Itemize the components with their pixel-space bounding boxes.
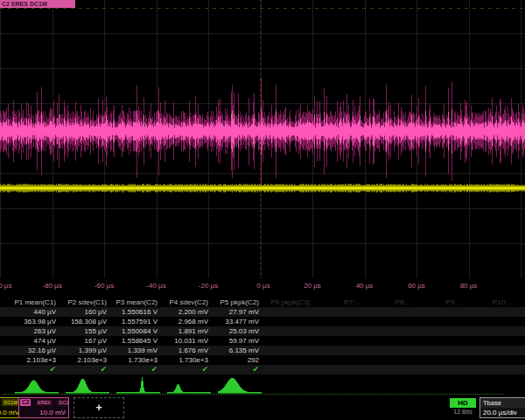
- measure-row-max: 474 µV 167 µV 1.558645 V 10.031 mV 59.97…: [0, 336, 525, 346]
- measure-cell: 25.03 mV: [214, 326, 265, 336]
- measure-cell: 2.200 mV: [164, 307, 214, 317]
- measure-row-min: 263 µV 155 µV 1.550084 V 1.891 mV 25.03 …: [0, 326, 525, 336]
- measure-cell: 363.98 µV: [11, 317, 62, 326]
- time-axis-label: 20 µs: [304, 282, 321, 290]
- c1-scale-value: 10.0 mV: [0, 409, 19, 416]
- status-check-icon: ✔: [164, 365, 214, 374]
- measure-cell: 27.97 mV: [214, 307, 265, 317]
- status-check-icon: ✔: [11, 365, 62, 374]
- measure-cell: 1.550084 V: [113, 326, 164, 336]
- measure-header-p9[interactable]: P9:...: [417, 298, 468, 307]
- measure-cell: 1.557591 V: [113, 317, 164, 326]
- measure-cell: 1.339 mV: [113, 346, 164, 355]
- measure-cell: 1.891 mV: [164, 326, 214, 336]
- hd-mode-badge[interactable]: HD: [450, 398, 476, 408]
- histicon-p4[interactable]: [167, 376, 211, 394]
- time-axis-label: -100 µs: [0, 282, 11, 290]
- measure-cell: 1.730e+3: [164, 355, 214, 365]
- measure-cell: 2.103e+3: [11, 355, 62, 365]
- c2-eres-badge: ERES: [36, 399, 52, 406]
- measure-cell: 6.135 mV: [214, 346, 265, 355]
- measure-row-sdev: 32.16 µV 1.399 µV 1.339 mV 1.676 mV 6.13…: [0, 346, 525, 355]
- measure-cell: 59.97 mV: [214, 336, 265, 346]
- measure-header-p8[interactable]: P8:...: [367, 298, 417, 307]
- histogram-baseline: [4, 394, 504, 395]
- measure-cell: 2.968 mV: [164, 317, 214, 326]
- bottom-bar: DC1M 10.0 mV C2 ERES DC1M 10.0 mV + HD 1…: [0, 396, 525, 420]
- measure-cell: 440 µV: [11, 307, 62, 317]
- status-check-icon: ✔: [62, 365, 113, 374]
- measure-cell: 167 µV: [62, 336, 113, 346]
- time-axis: -100 µs -80 µs -60 µs -40 µs -20 µs 0 µs…: [0, 278, 525, 292]
- measure-header-p7[interactable]: P7:...: [316, 298, 367, 307]
- hd-bits-label: 12 Bits: [444, 409, 481, 415]
- measure-cell: 1.730e+3: [113, 355, 164, 365]
- measure-cell: 292: [214, 355, 265, 365]
- measure-cell: 2.103e+3: [62, 355, 113, 365]
- measure-header-p5[interactable]: P5 pkpk(C2): [214, 298, 265, 307]
- c1-coupling-badge: DC1M: [2, 399, 19, 406]
- measure-cell: 32.16 µV: [11, 346, 62, 355]
- measure-cell: 155 µV: [62, 326, 113, 336]
- time-axis-label: -40 µs: [146, 282, 165, 290]
- measure-header-p1[interactable]: P1 mean(C1): [11, 298, 62, 307]
- histicon-p5[interactable]: [218, 376, 262, 394]
- measure-cell: 1.558645 V: [113, 336, 164, 346]
- histicon-p2[interactable]: [66, 376, 109, 394]
- measure-header-p6[interactable]: P6 pkpk(C3): [265, 298, 316, 307]
- measure-cell: 1.676 mV: [164, 346, 214, 355]
- histicon-p3[interactable]: [116, 376, 160, 394]
- histicon-strip: [0, 376, 525, 396]
- timebase-descriptor-box[interactable]: Tbase 20.0 µs/div: [480, 397, 525, 418]
- grid-canvas: [0, 0, 525, 278]
- time-axis-label: 60 µs: [408, 282, 425, 290]
- measure-cell: 160 µV: [62, 307, 113, 317]
- measure-cell: 1.399 µV: [62, 346, 113, 355]
- timebase-value: 20.0 µs/div: [480, 408, 525, 417]
- measure-cell: 10.031 mV: [164, 336, 214, 346]
- measure-header-p10[interactable]: P10:...: [468, 298, 519, 307]
- time-axis-label: 0 µs: [256, 282, 270, 290]
- measure-row-mean: 363.98 µV 158.308 µV 1.557591 V 2.968 mV…: [0, 317, 525, 326]
- status-check-icon: ✔: [113, 365, 164, 374]
- measure-row-num: 2.103e+3 2.103e+3 1.730e+3 1.730e+3 292: [0, 355, 525, 365]
- measure-cell: 1.550616 V: [113, 307, 164, 317]
- measure-cell: 474 µV: [11, 336, 62, 346]
- c2-coupling-badge: DC1M: [57, 399, 69, 406]
- measure-cell: 263 µV: [11, 326, 62, 336]
- timebase-title: Tbase: [480, 398, 525, 408]
- time-axis-label: 40 µs: [356, 282, 374, 290]
- oscilloscope-screen: C2 ERES DC1M -100 µs -80 µs -60 µs -40 µ…: [0, 0, 525, 420]
- measure-cell: 158.308 µV: [62, 317, 113, 326]
- time-axis-label: 80 µs: [460, 282, 478, 290]
- c2-channel-badge: C2: [20, 399, 31, 406]
- c2-descriptor-box[interactable]: C2 ERES DC1M 10.0 mV: [18, 397, 69, 418]
- c2-trace-label[interactable]: C2 ERES DC1M: [0, 0, 75, 8]
- add-trace-button[interactable]: +: [74, 397, 124, 418]
- measure-header-p2[interactable]: P2 sdev(C1): [62, 298, 113, 307]
- measure-header-p4[interactable]: P4 sdev(C2): [164, 298, 214, 307]
- measure-header-p3[interactable]: P3 mean(C2): [113, 298, 164, 307]
- measure-row-value: 440 µV 160 µV 1.550616 V 2.200 mV 27.97 …: [0, 307, 525, 317]
- time-axis-label: -80 µs: [42, 282, 61, 290]
- time-axis-label: -20 µs: [199, 282, 218, 290]
- time-axis-label: -60 µs: [94, 282, 114, 290]
- measure-row-status: ✔ ✔ ✔ ✔ ✔: [0, 365, 525, 374]
- histicon-p1[interactable]: [15, 376, 59, 394]
- c2-scale-value: 10.0 mV: [39, 409, 66, 416]
- waveform-grid: C2 ERES DC1M: [0, 0, 525, 278]
- measure-header-row: P1 mean(C1) P2 sdev(C1) P3 mean(C2) P4 s…: [0, 298, 525, 307]
- status-check-icon: ✔: [214, 365, 265, 374]
- measure-cell: 33.477 mV: [214, 317, 265, 326]
